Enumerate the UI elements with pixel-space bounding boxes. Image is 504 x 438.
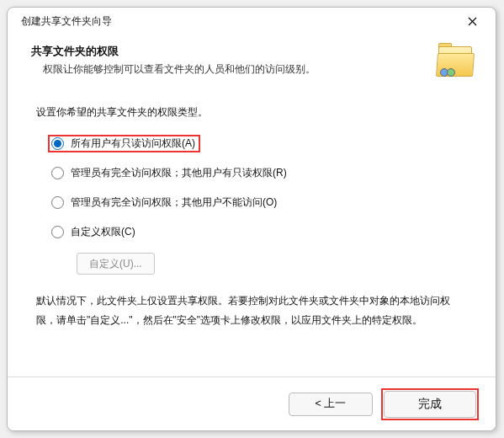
- radio-input-admin-read[interactable]: [51, 167, 64, 179]
- customize-button: 自定义(U)...: [77, 253, 155, 275]
- wizard-footer: < 上一 完成: [8, 377, 496, 430]
- header-text: 共享文件夹的权限 权限让你能够控制可以查看文件夹的人员和他们的访问级别。: [31, 45, 427, 77]
- radio-label-custom: 自定义权限(C): [71, 225, 135, 239]
- finish-button[interactable]: 完成: [384, 391, 476, 418]
- back-button[interactable]: < 上一: [289, 393, 373, 416]
- radio-input-admin-none[interactable]: [51, 196, 64, 209]
- window-title: 创建共享文件夹向导: [21, 14, 457, 29]
- radio-label-admin-read: 管理员有完全访问权限；其他用户有只读权限(R): [71, 166, 287, 180]
- radio-label-all-read: 所有用户有只读访问权限(A): [71, 136, 195, 151]
- titlebar: 创建共享文件夹向导: [8, 8, 496, 35]
- finish-highlight: 完成: [381, 388, 479, 420]
- radio-input-custom[interactable]: [51, 226, 64, 238]
- custom-button-row: 自定义(U)...: [77, 253, 467, 275]
- close-button[interactable]: [457, 9, 487, 33]
- radio-option-custom[interactable]: 自定义权限(C): [48, 223, 141, 241]
- close-icon: [468, 17, 477, 26]
- radio-label-admin-none: 管理员有完全访问权限；其他用户不能访问(O): [71, 195, 277, 210]
- shared-folder-icon: [435, 45, 475, 78]
- header-title: 共享文件夹的权限: [31, 45, 427, 59]
- permission-radio-group: 所有用户有只读访问权限(A) 管理员有完全访问权限；其他用户有只读权限(R) 管…: [48, 135, 467, 275]
- instruction-text: 设置你希望的共享文件夹的权限类型。: [36, 105, 467, 120]
- wizard-content: 设置你希望的共享文件夹的权限类型。 所有用户有只读访问权限(A) 管理员有完全访…: [8, 88, 496, 377]
- radio-option-admin-none[interactable]: 管理员有完全访问权限；其他用户不能访问(O): [48, 194, 282, 211]
- header-description: 权限让你能够控制可以查看文件夹的人员和他们的访问级别。: [43, 62, 427, 77]
- wizard-header: 共享文件夹的权限 权限让你能够控制可以查看文件夹的人员和他们的访问级别。: [8, 35, 496, 88]
- radio-input-all-read[interactable]: [51, 137, 64, 150]
- radio-option-admin-read[interactable]: 管理员有完全访问权限；其他用户有只读权限(R): [48, 164, 292, 182]
- wizard-window: 创建共享文件夹向导 共享文件夹的权限 权限让你能够控制可以查看文件夹的人员和他们…: [7, 7, 496, 431]
- radio-option-all-read[interactable]: 所有用户有只读访问权限(A): [48, 135, 200, 152]
- permission-note: 默认情况下，此文件夹上仅设置共享权限。若要控制对此文件夹或文件夹中对象的本地访问…: [36, 291, 467, 330]
